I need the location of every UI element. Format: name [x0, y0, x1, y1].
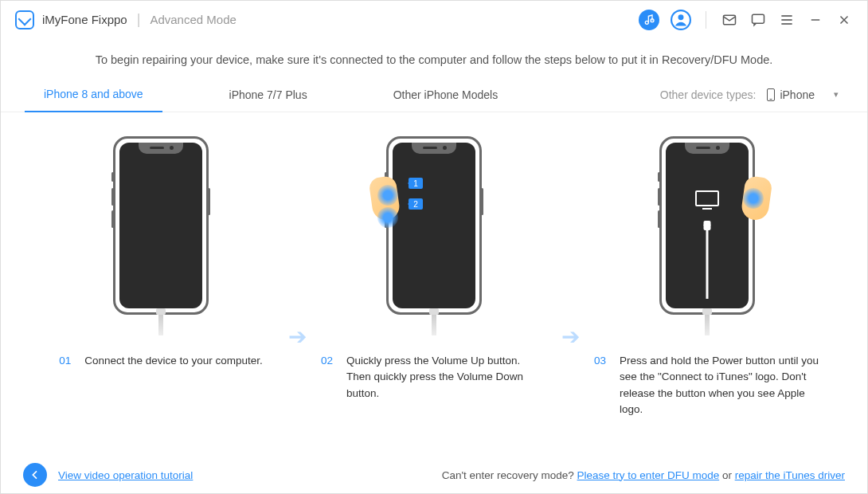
- monitor-icon: [695, 190, 719, 206]
- step-3-num: 03: [594, 353, 612, 418]
- step-2-text: Quickly press the Volume Up button. Then…: [346, 353, 547, 402]
- step-2: 1 2 02 Quickly press the Volume Up butto…: [315, 136, 553, 402]
- music-update-icon[interactable]: [639, 10, 659, 30]
- steps-area: 01 Connect the device to your computer. …: [1, 112, 867, 457]
- or-text: or: [722, 469, 735, 481]
- repair-driver-link[interactable]: repair the iTunes driver: [735, 469, 845, 481]
- title-divider: |: [137, 11, 141, 28]
- step-1-num: 01: [59, 353, 76, 369]
- footer: View video operation tutorial Can't ente…: [1, 457, 867, 493]
- account-icon[interactable]: [671, 10, 691, 30]
- back-button[interactable]: [23, 463, 47, 487]
- step1-illustration: [109, 136, 213, 335]
- dfu-mode-link[interactable]: Please try to enter DFU mode: [577, 469, 720, 481]
- menu-icon[interactable]: [778, 11, 796, 29]
- step-1-text: Connect the device to your computer.: [84, 353, 263, 369]
- step-2-num: 02: [321, 353, 338, 402]
- minimize-icon[interactable]: [807, 11, 824, 29]
- device-type-dropdown[interactable]: iPhone ▾: [762, 85, 843, 104]
- tab-iphone-7[interactable]: iPhone 7/7 Plus: [210, 77, 326, 112]
- titlebar-right: [639, 10, 853, 30]
- title-bar: iMyFone Fixppo | Advanced Mode: [1, 1, 867, 39]
- tabs-row: iPhone 8 and above iPhone 7/7 Plus Other…: [1, 77, 867, 112]
- feedback-icon[interactable]: [749, 11, 767, 29]
- volume-tag-1: 1: [409, 178, 423, 189]
- svg-point-3: [678, 14, 684, 20]
- app-window: iMyFone Fixppo | Advanced Mode: [0, 0, 868, 494]
- volume-tag-2: 2: [409, 198, 423, 210]
- svg-point-1: [651, 18, 654, 22]
- app-mode: Advanced Mode: [150, 13, 236, 26]
- tab-iphone-8-above[interactable]: iPhone 8 and above: [25, 77, 162, 112]
- cable-icon: [705, 313, 710, 335]
- arrow-right-icon: ➔: [561, 323, 580, 350]
- phone-icon: [767, 88, 775, 101]
- chevron-down-icon: ▾: [834, 89, 839, 100]
- press-indicator-icon: [377, 207, 398, 228]
- titlebar-separator: [706, 11, 706, 29]
- instruction-text: To begin repairing your device, make sur…: [1, 39, 867, 77]
- step-1: 01 Connect the device to your computer.: [41, 136, 280, 369]
- device-types-label: Other device types:: [660, 88, 757, 101]
- footer-right: Can't enter recovery mode? Please try to…: [442, 469, 845, 481]
- lightning-cable-icon: [706, 229, 709, 299]
- step2-illustration: 1 2: [382, 136, 486, 335]
- mail-icon[interactable]: [721, 11, 738, 29]
- close-icon[interactable]: [835, 11, 853, 29]
- app-title: iMyFone Fixppo: [42, 13, 127, 26]
- cable-icon: [158, 313, 163, 335]
- cable-icon: [432, 313, 436, 335]
- step-3-text: Press and hold the Power button until yo…: [620, 353, 820, 418]
- device-type-selector: Other device types: iPhone ▾: [660, 85, 843, 104]
- app-logo-icon: [15, 10, 34, 29]
- arrow-right-icon: ➔: [288, 323, 307, 350]
- device-selected: iPhone: [780, 88, 815, 101]
- tab-other-iphone[interactable]: Other iPhone Models: [374, 77, 518, 112]
- press-indicator-icon: [377, 185, 398, 206]
- video-tutorial-link[interactable]: View video operation tutorial: [58, 469, 193, 481]
- press-indicator-icon: [743, 188, 764, 209]
- svg-rect-5: [753, 14, 764, 23]
- step-3: 03 Press and hold the Power button until…: [588, 136, 827, 418]
- cant-enter-text: Can't enter recovery mode?: [442, 469, 577, 481]
- tabs: iPhone 8 and above iPhone 7/7 Plus Other…: [25, 77, 565, 112]
- step3-illustration: [655, 136, 759, 335]
